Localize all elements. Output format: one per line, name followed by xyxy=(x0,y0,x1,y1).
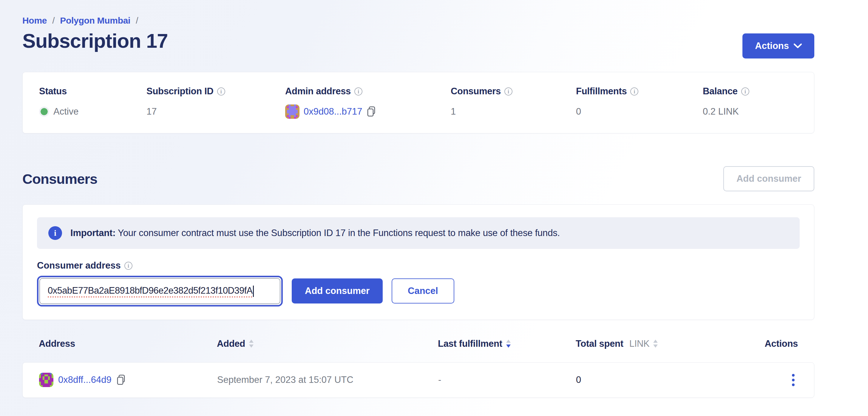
column-label: Added xyxy=(217,338,245,349)
stat-label-text: Subscription ID xyxy=(147,86,214,97)
status-active-icon xyxy=(39,107,49,117)
stat-status: Status Active xyxy=(39,86,147,119)
admin-address-link[interactable]: 0x9d08...b717 xyxy=(304,106,363,117)
consumer-total-spent-cell: 0 xyxy=(576,375,764,385)
stat-status-value: Active xyxy=(39,105,147,119)
info-circle-icon: i xyxy=(48,226,62,240)
chevron-down-icon xyxy=(794,43,802,48)
consumer-added-cell: September 7, 2023 at 15:07 UTC xyxy=(217,375,438,385)
copy-admin-address-button[interactable] xyxy=(367,106,376,117)
consumers-heading: Consumers xyxy=(22,171,97,187)
sort-icon[interactable] xyxy=(249,339,254,348)
stat-status-label: Status xyxy=(39,86,147,97)
input-value-text: 0x5abE77Ba2aE8918bfD96e2e382d5f213f10D39… xyxy=(48,285,253,296)
admin-address-avatar xyxy=(285,105,300,119)
page-title: Subscription 17 xyxy=(22,29,814,52)
stat-admin-address-value: 0x9d08...b717 xyxy=(285,105,451,119)
column-header-added[interactable]: Added xyxy=(217,338,438,349)
breadcrumb-separator: / xyxy=(136,16,138,25)
stat-fulfillments: Fulfillments i 0 xyxy=(576,86,703,119)
consumer-address-input[interactable]: 0x5abE77Ba2aE8918bfD96e2e382d5f213f10D39… xyxy=(39,278,280,304)
row-actions-menu-button[interactable] xyxy=(789,372,798,388)
important-notice-banner: i Important: Your consumer contract must… xyxy=(37,217,800,249)
breadcrumb-link-home[interactable]: Home xyxy=(22,16,47,25)
stat-label-text: Admin address xyxy=(285,86,351,97)
consumer-address-input-focus-ring: 0x5abE77Ba2aE8918bfD96e2e382d5f213f10D39… xyxy=(37,276,283,306)
notice-body: Your consumer contract must use the Subs… xyxy=(116,228,560,238)
column-header-actions: Actions xyxy=(765,338,798,349)
stat-subscription-id: Subscription ID i 17 xyxy=(147,86,285,119)
kebab-dot xyxy=(792,374,795,377)
stat-balance: Balance i 0.2 LINK xyxy=(703,86,814,119)
consumer-address-field-label: Consumer address i xyxy=(37,260,800,271)
kebab-dot xyxy=(792,384,795,386)
copy-consumer-address-button[interactable] xyxy=(116,374,126,386)
stat-label-text: Status xyxy=(39,86,67,97)
consumers-table-header: Address Added Last fulfillment Total spe… xyxy=(22,338,814,349)
field-label-text: Consumer address xyxy=(37,260,121,271)
stat-consumers-label: Consumers i xyxy=(451,86,576,97)
column-label: Last fulfillment xyxy=(438,338,502,349)
actions-button-label: Actions xyxy=(755,40,789,51)
copy-icon xyxy=(367,106,376,117)
copy-icon xyxy=(116,374,126,386)
consumer-table-row: 0x8dff...64d9 September 7, 2023 at 15:07… xyxy=(22,362,814,398)
consumer-address-link[interactable]: 0x8dff...64d9 xyxy=(58,375,112,385)
stat-consumers: Consumers i 1 xyxy=(451,86,576,119)
notice-prefix: Important: xyxy=(70,228,116,238)
stat-value-text: 1 xyxy=(451,106,456,117)
consumer-avatar xyxy=(39,373,53,387)
info-icon[interactable]: i xyxy=(124,262,132,270)
consumer-last-fulfillment-cell: - xyxy=(438,375,576,385)
info-icon[interactable]: i xyxy=(354,87,363,95)
stat-balance-label: Balance i xyxy=(703,86,814,97)
stat-subscription-id-label: Subscription ID i xyxy=(147,86,285,97)
column-header-last-fulfillment[interactable]: Last fulfillment xyxy=(438,338,576,349)
consumer-address-cell: 0x8dff...64d9 xyxy=(39,373,217,387)
form-controls-row: 0x5abE77Ba2aE8918bfD96e2e382d5f213f10D39… xyxy=(37,276,800,306)
status-text: Active xyxy=(53,106,79,117)
column-header-total-spent[interactable]: Total spent LINK xyxy=(576,338,764,349)
stat-admin-address: Admin address i 0x9d08...b717 xyxy=(285,86,451,119)
text-cursor xyxy=(253,286,254,297)
column-header-address: Address xyxy=(39,338,217,349)
info-icon[interactable]: i xyxy=(217,87,225,95)
info-icon[interactable]: i xyxy=(504,87,513,95)
add-consumer-form-card: i Important: Your consumer contract must… xyxy=(22,204,814,320)
actions-button[interactable]: Actions xyxy=(742,33,814,59)
breadcrumb-separator: / xyxy=(52,16,55,25)
column-label: Address xyxy=(39,338,75,349)
subscription-stats-card: Status Active Subscription ID i 17 Admin… xyxy=(22,72,814,133)
info-icon[interactable]: i xyxy=(741,87,749,95)
stat-balance-value: 0.2 LINK xyxy=(703,105,814,119)
stat-label-text: Consumers xyxy=(451,86,501,97)
breadcrumb: Home / Polygon Mumbai / xyxy=(22,16,814,26)
column-label: Actions xyxy=(765,338,798,349)
kebab-dot xyxy=(792,379,795,381)
add-consumer-submit-button[interactable]: Add consumer xyxy=(292,278,383,303)
stat-value-text: 0.2 LINK xyxy=(703,106,739,117)
stat-label-text: Fulfillments xyxy=(576,86,627,97)
consumers-section-header: Consumers Add consumer xyxy=(22,166,814,191)
stat-admin-address-label: Admin address i xyxy=(285,86,451,97)
page: Home / Polygon Mumbai / Subscription 17 … xyxy=(0,0,868,398)
stat-subscription-id-value: 17 xyxy=(147,105,285,119)
breadcrumb-link-polygon-mumbai[interactable]: Polygon Mumbai xyxy=(60,16,130,25)
stat-fulfillments-label: Fulfillments i xyxy=(576,86,703,97)
sort-icon[interactable] xyxy=(506,339,511,348)
notice-text: Important: Your consumer contract must u… xyxy=(70,228,560,238)
add-consumer-button-disabled[interactable]: Add consumer xyxy=(723,166,814,191)
link-unit-label: LINK xyxy=(629,338,650,349)
column-label: Total spent xyxy=(576,338,623,349)
stat-label-text: Balance xyxy=(703,86,738,97)
stat-consumers-value: 1 xyxy=(451,105,576,119)
sort-icon[interactable] xyxy=(653,339,658,348)
stat-value-text: 17 xyxy=(147,106,157,117)
stat-value-text: 0 xyxy=(576,106,581,117)
cancel-button[interactable]: Cancel xyxy=(392,278,454,303)
info-icon[interactable]: i xyxy=(630,87,638,95)
stat-fulfillments-value: 0 xyxy=(576,105,703,119)
